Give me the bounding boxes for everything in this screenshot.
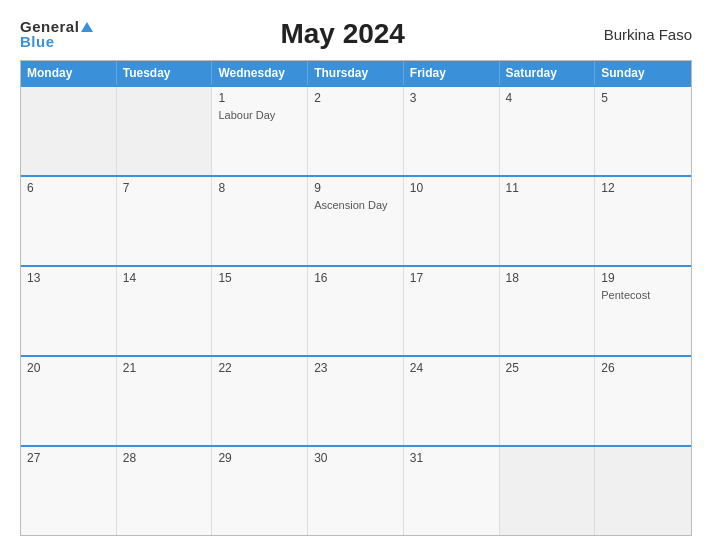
date-w4-sat: 25 <box>506 361 589 375</box>
cell-w4-tue: 21 <box>117 357 213 445</box>
date-w5-wed: 29 <box>218 451 301 465</box>
header-saturday: Saturday <box>500 61 596 85</box>
cell-w4-sat: 25 <box>500 357 596 445</box>
cell-w5-mon: 27 <box>21 447 117 535</box>
header-monday: Monday <box>21 61 117 85</box>
logo-triangle-icon <box>81 22 93 32</box>
cell-w4-mon: 20 <box>21 357 117 445</box>
date-w3-wed: 15 <box>218 271 301 285</box>
cell-w4-thu: 23 <box>308 357 404 445</box>
cell-w3-sat: 18 <box>500 267 596 355</box>
logo: General Blue <box>20 19 93 49</box>
cell-w1-mon <box>21 87 117 175</box>
cell-w1-sat: 4 <box>500 87 596 175</box>
cell-w2-sat: 11 <box>500 177 596 265</box>
date-w1-thu: 2 <box>314 91 397 105</box>
date-w3-sun: 19 <box>601 271 685 285</box>
cell-w5-thu: 30 <box>308 447 404 535</box>
date-w2-tue: 7 <box>123 181 206 195</box>
cell-w1-wed: 1 Labour Day <box>212 87 308 175</box>
logo-general-text: General <box>20 19 79 34</box>
cell-w3-mon: 13 <box>21 267 117 355</box>
header-friday: Friday <box>404 61 500 85</box>
date-w2-mon: 6 <box>27 181 110 195</box>
date-w3-thu: 16 <box>314 271 397 285</box>
cell-w5-wed: 29 <box>212 447 308 535</box>
cell-w1-thu: 2 <box>308 87 404 175</box>
date-w5-mon: 27 <box>27 451 110 465</box>
date-w4-sun: 26 <box>601 361 685 375</box>
cell-w2-wed: 8 <box>212 177 308 265</box>
date-w1-fri: 3 <box>410 91 493 105</box>
event-w3-sun: Pentecost <box>601 289 685 301</box>
date-w4-thu: 23 <box>314 361 397 375</box>
cell-w5-fri: 31 <box>404 447 500 535</box>
cell-w2-thu: 9 Ascension Day <box>308 177 404 265</box>
week-2: 6 7 8 9 Ascension Day 10 11 <box>21 175 691 265</box>
event-w1-wed: Labour Day <box>218 109 301 121</box>
date-w3-tue: 14 <box>123 271 206 285</box>
cell-w3-wed: 15 <box>212 267 308 355</box>
cell-w4-sun: 26 <box>595 357 691 445</box>
cell-w5-tue: 28 <box>117 447 213 535</box>
cell-w2-tue: 7 <box>117 177 213 265</box>
date-w1-sun: 5 <box>601 91 685 105</box>
country-label: Burkina Faso <box>592 26 692 43</box>
cell-w5-sun <box>595 447 691 535</box>
week-4: 20 21 22 23 24 25 26 <box>21 355 691 445</box>
cell-w3-tue: 14 <box>117 267 213 355</box>
week-5: 27 28 29 30 31 <box>21 445 691 535</box>
cell-w4-wed: 22 <box>212 357 308 445</box>
calendar: Monday Tuesday Wednesday Thursday Friday… <box>20 60 692 536</box>
date-w5-thu: 30 <box>314 451 397 465</box>
date-w5-fri: 31 <box>410 451 493 465</box>
calendar-header: Monday Tuesday Wednesday Thursday Friday… <box>21 61 691 85</box>
date-w5-tue: 28 <box>123 451 206 465</box>
cell-w3-fri: 17 <box>404 267 500 355</box>
date-w2-wed: 8 <box>218 181 301 195</box>
cell-w2-sun: 12 <box>595 177 691 265</box>
cell-w2-mon: 6 <box>21 177 117 265</box>
cell-w1-sun: 5 <box>595 87 691 175</box>
date-w4-fri: 24 <box>410 361 493 375</box>
cell-w3-thu: 16 <box>308 267 404 355</box>
page: General Blue May 2024 Burkina Faso Monda… <box>0 0 712 550</box>
header-sunday: Sunday <box>595 61 691 85</box>
date-w3-fri: 17 <box>410 271 493 285</box>
header-tuesday: Tuesday <box>117 61 213 85</box>
week-3: 13 14 15 16 17 18 19 P <box>21 265 691 355</box>
date-w4-tue: 21 <box>123 361 206 375</box>
date-w2-thu: 9 <box>314 181 397 195</box>
cell-w5-sat <box>500 447 596 535</box>
date-w4-wed: 22 <box>218 361 301 375</box>
date-w2-sun: 12 <box>601 181 685 195</box>
header: General Blue May 2024 Burkina Faso <box>20 18 692 50</box>
date-w2-fri: 10 <box>410 181 493 195</box>
calendar-body: 1 Labour Day 2 3 4 5 6 <box>21 85 691 535</box>
date-w2-sat: 11 <box>506 181 589 195</box>
cell-w1-fri: 3 <box>404 87 500 175</box>
cell-w4-fri: 24 <box>404 357 500 445</box>
header-thursday: Thursday <box>308 61 404 85</box>
date-w4-mon: 20 <box>27 361 110 375</box>
date-w1-wed: 1 <box>218 91 301 105</box>
calendar-title: May 2024 <box>93 18 592 50</box>
header-wednesday: Wednesday <box>212 61 308 85</box>
date-w3-sat: 18 <box>506 271 589 285</box>
date-w3-mon: 13 <box>27 271 110 285</box>
logo-blue-text: Blue <box>20 34 55 49</box>
cell-w2-fri: 10 <box>404 177 500 265</box>
date-w1-sat: 4 <box>506 91 589 105</box>
cell-w3-sun: 19 Pentecost <box>595 267 691 355</box>
week-1: 1 Labour Day 2 3 4 5 <box>21 85 691 175</box>
event-w2-thu: Ascension Day <box>314 199 397 211</box>
cell-w1-tue <box>117 87 213 175</box>
